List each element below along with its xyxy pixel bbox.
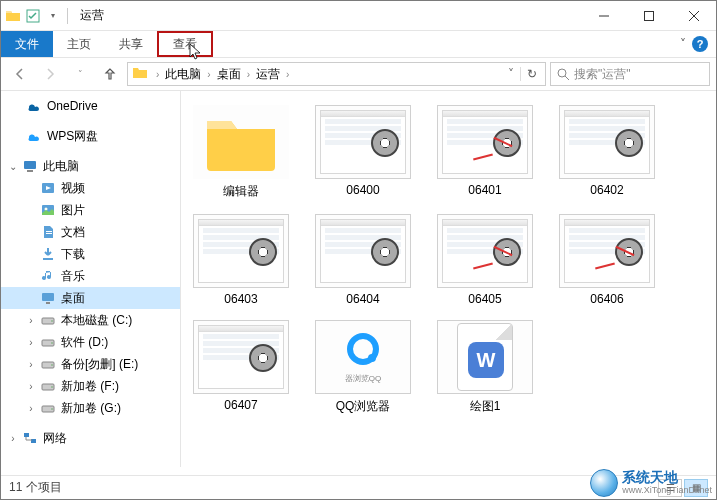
drive-icon: [39, 399, 57, 417]
close-button[interactable]: [671, 1, 716, 31]
sidebar-item-drive[interactable]: ›软件 (D:): [1, 331, 180, 353]
sidebar-item-drive[interactable]: ›备份[勿删] (E:): [1, 353, 180, 375]
tab-share[interactable]: 共享: [105, 31, 157, 57]
file-item[interactable]: 06407: [189, 320, 293, 415]
tab-view[interactable]: 查看: [157, 31, 213, 57]
drive-icon: [39, 355, 57, 373]
svg-rect-17: [46, 302, 50, 304]
sidebar-item-label: 本地磁盘 (C:): [61, 312, 132, 329]
file-item[interactable]: 06400: [311, 105, 415, 200]
file-item[interactable]: 06403: [189, 214, 293, 306]
file-thumbnail: 器浏览QQ: [315, 320, 411, 394]
search-input[interactable]: 搜索"运营": [550, 62, 710, 86]
sidebar-item-documents[interactable]: ›文档: [1, 221, 180, 243]
chevron-icon[interactable]: ›: [25, 337, 37, 348]
forward-button[interactable]: [37, 61, 63, 87]
file-thumbnail: [559, 105, 655, 179]
file-item[interactable]: 06404: [311, 214, 415, 306]
chevron-icon[interactable]: ›: [25, 381, 37, 392]
file-item[interactable]: 06402: [555, 105, 659, 200]
file-item[interactable]: 06401: [433, 105, 537, 200]
minimize-button[interactable]: [581, 1, 626, 31]
svg-line-6: [565, 76, 569, 80]
svg-rect-2: [644, 11, 653, 20]
recent-button[interactable]: ˅: [67, 61, 93, 87]
sidebar-item-pictures[interactable]: ›图片: [1, 199, 180, 221]
chevron-right-icon[interactable]: ›: [152, 69, 163, 80]
sidebar-item-network[interactable]: › 网络: [1, 427, 180, 449]
chevron-icon[interactable]: ›: [25, 359, 37, 370]
drive-icon: [39, 311, 57, 329]
file-item[interactable]: W绘图1: [433, 320, 537, 415]
refresh-icon[interactable]: ↻: [520, 67, 543, 81]
file-label: 06406: [590, 292, 623, 306]
chevron-icon[interactable]: ›: [25, 403, 37, 414]
tab-home[interactable]: 主页: [53, 31, 105, 57]
maximize-button[interactable]: [626, 1, 671, 31]
breadcrumb-item[interactable]: 运营: [254, 66, 282, 83]
sidebar-item-label: 网络: [43, 430, 67, 447]
file-item[interactable]: 器浏览QQQQ浏览器: [311, 320, 415, 415]
ribbon-collapse-icon[interactable]: ˅: [680, 37, 686, 51]
network-icon: [21, 429, 39, 447]
sidebar-item-label: 文档: [61, 224, 85, 241]
sidebar-item-drive[interactable]: ›新加卷 (G:): [1, 397, 180, 419]
sidebar-item-desktop[interactable]: ›桌面: [1, 287, 180, 309]
sidebar-item-drive[interactable]: ›本地磁盘 (C:): [1, 309, 180, 331]
onedrive-icon: [25, 97, 43, 115]
svg-point-23: [51, 364, 53, 366]
dropdown-icon[interactable]: ▾: [45, 8, 61, 24]
dropdown-icon[interactable]: ˅: [502, 67, 520, 81]
help-icon[interactable]: ?: [692, 36, 708, 52]
chevron-down-icon[interactable]: ⌄: [7, 161, 19, 172]
sidebar-item-label: 此电脑: [43, 158, 79, 175]
view-thumbnails-button[interactable]: ▦: [684, 479, 708, 497]
sidebar-item-drive[interactable]: ›新加卷 (F:): [1, 375, 180, 397]
file-label: QQ浏览器: [336, 398, 391, 415]
sidebar-item-downloads[interactable]: ›下载: [1, 243, 180, 265]
chevron-right-icon[interactable]: ›: [282, 69, 293, 80]
documents-icon: [39, 223, 57, 241]
chevron-right-icon[interactable]: ›: [243, 69, 254, 80]
svg-rect-14: [46, 233, 52, 234]
file-thumbnail: [193, 105, 289, 179]
back-button[interactable]: [7, 61, 33, 87]
file-item[interactable]: 编辑器: [189, 105, 293, 200]
up-button[interactable]: [97, 61, 123, 87]
file-label: 06402: [590, 183, 623, 197]
file-item[interactable]: 06405: [433, 214, 537, 306]
chevron-right-icon[interactable]: ›: [203, 69, 214, 80]
sidebar-item-onedrive[interactable]: OneDrive: [1, 95, 180, 117]
file-label: 06400: [346, 183, 379, 197]
downloads-icon: [39, 245, 57, 263]
breadcrumb-item[interactable]: 此电脑: [163, 66, 203, 83]
svg-rect-15: [43, 258, 53, 260]
sidebar-item-label: 备份[勿删] (E:): [61, 356, 138, 373]
svg-point-21: [51, 342, 53, 344]
tab-file[interactable]: 文件: [1, 31, 53, 57]
drive-icon: [39, 377, 57, 395]
sidebar-item-label: 下载: [61, 246, 85, 263]
sidebar-item-thispc[interactable]: ⌄ 此电脑: [1, 155, 180, 177]
properties-icon[interactable]: [25, 8, 41, 24]
breadcrumb[interactable]: › 此电脑 › 桌面 › 运营 › ˅ ↻: [127, 62, 546, 86]
svg-rect-13: [46, 231, 52, 232]
svg-point-25: [51, 386, 53, 388]
content-pane[interactable]: 编辑器0640006401064020640306404064050640606…: [181, 91, 716, 467]
file-thumbnail: [315, 214, 411, 288]
svg-point-27: [51, 408, 53, 410]
music-icon: [39, 267, 57, 285]
sidebar-item-wps[interactable]: WPS网盘: [1, 125, 180, 147]
view-details-button[interactable]: ☰: [658, 479, 682, 497]
folder-icon: [132, 65, 150, 83]
sidebar-item-label: 新加卷 (G:): [61, 400, 121, 417]
cursor-icon: [189, 43, 203, 61]
chevron-right-icon[interactable]: ›: [7, 433, 19, 444]
desktop-icon: [39, 289, 57, 307]
folder-icon: [5, 8, 21, 24]
file-item[interactable]: 06406: [555, 214, 659, 306]
sidebar-item-music[interactable]: ›音乐: [1, 265, 180, 287]
sidebar-item-video[interactable]: ›视频: [1, 177, 180, 199]
chevron-icon[interactable]: ›: [25, 315, 37, 326]
breadcrumb-item[interactable]: 桌面: [215, 66, 243, 83]
